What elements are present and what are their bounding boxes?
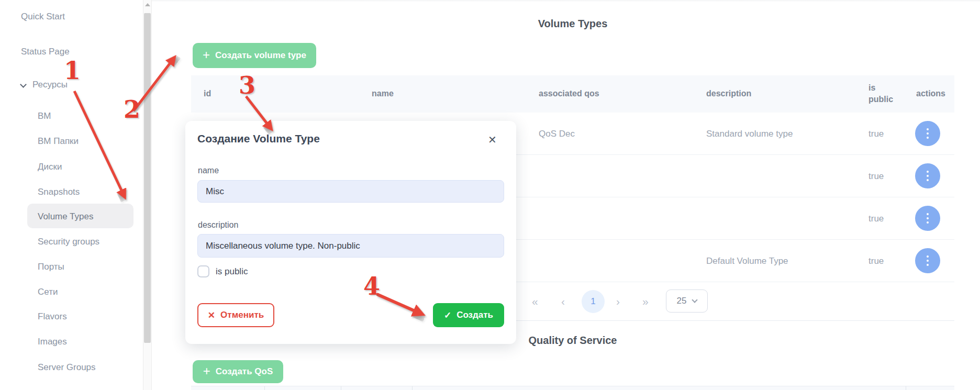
chevron-down-icon [692, 297, 698, 303]
row-actions-button[interactable] [915, 163, 940, 188]
sidebar-item-snapshots[interactable]: Snapshots [38, 187, 80, 197]
plus-icon: + [203, 49, 210, 61]
col-header-name: name [372, 89, 394, 98]
qos-table-top-edge [191, 386, 954, 390]
cell-qos: QoS Dec [539, 113, 575, 155]
sidebar-item-status-page[interactable]: Status Page [21, 47, 70, 57]
sidebar-item-images[interactable]: Images [38, 337, 67, 347]
col-header-qos: associated qos [539, 89, 599, 98]
page-size-value: 25 [677, 296, 687, 306]
close-icon[interactable]: ✕ [488, 133, 497, 146]
cancel-label: Отменить [220, 310, 264, 320]
sidebar-item-security-groups[interactable]: Security groups [38, 237, 99, 247]
cell-description: Standard volume type [706, 113, 793, 155]
kebab-menu-icon [915, 248, 940, 273]
col-header-id: id [204, 89, 211, 98]
create-qos-button[interactable]: + Создать QoS [193, 360, 283, 383]
cell-is-public: true [868, 240, 884, 282]
row-actions-button[interactable] [915, 206, 940, 231]
submit-label: Создать [456, 310, 493, 320]
annotation-step-1: 1 [64, 59, 81, 83]
pagination-first-button[interactable]: « [532, 282, 538, 321]
pagination-next-button[interactable]: › [616, 282, 620, 321]
modal-title: Создание Volume Type [197, 132, 320, 145]
sidebar-item-quick-start[interactable]: Quick Start [21, 12, 65, 22]
sidebar-scrollbar-thumb[interactable] [144, 13, 151, 343]
chevron-down-icon [20, 81, 27, 88]
sidebar-item-bm[interactable]: BM [38, 111, 51, 121]
cell-is-public: true [868, 197, 884, 240]
create-volume-type-label: Создать volume type [215, 50, 306, 61]
sidebar-item-flavors[interactable]: Flavors [38, 311, 67, 322]
kebab-menu-icon [915, 206, 940, 231]
sidebar-item-ports[interactable]: Порты [38, 262, 64, 272]
annotation-step-4: 4 [363, 274, 380, 298]
submit-create-button[interactable]: ✓ Создать [433, 303, 504, 327]
row-actions-button[interactable] [915, 121, 940, 146]
sidebar-item-networks[interactable]: Сети [38, 287, 58, 297]
sidebar-item-server-groups[interactable]: Server Groups [38, 362, 96, 373]
x-icon: ✕ [208, 310, 215, 321]
scrollbar-up-arrow-icon[interactable] [145, 3, 150, 6]
page-title: Volume Types [191, 18, 954, 30]
cancel-button[interactable]: ✕ Отменить [197, 303, 274, 327]
row-actions-button[interactable] [915, 248, 940, 273]
check-icon: ✓ [444, 310, 451, 321]
is-public-label: is public [216, 266, 248, 277]
kebab-menu-icon [915, 163, 940, 188]
annotation-step-2: 2 [124, 97, 140, 121]
cell-is-public: true [868, 155, 884, 197]
cell-is-public: true [868, 113, 884, 155]
pagination-page-1[interactable]: 1 [582, 290, 605, 313]
create-volume-type-modal: Создание Volume Type ✕ name description … [185, 121, 516, 344]
page-size-select[interactable]: 25 [666, 289, 708, 313]
sidebar-item-disks[interactable]: Диски [38, 162, 62, 172]
cell-description: Default Volume Type [706, 240, 788, 282]
description-input[interactable] [197, 234, 504, 258]
name-input[interactable] [197, 180, 504, 203]
pagination-last-button[interactable]: » [642, 282, 649, 321]
pagination-prev-button[interactable]: ‹ [561, 282, 565, 321]
sidebar-item-volume-types[interactable]: Volume Types [38, 211, 93, 222]
col-header-is-public: is public [868, 82, 901, 105]
name-field-label: name [198, 166, 219, 175]
sidebar-item-bm-folders[interactable]: BM Папки [38, 136, 79, 147]
create-volume-type-button[interactable]: + Создать volume type [193, 43, 316, 68]
is-public-checkbox[interactable] [197, 265, 209, 277]
plus-icon: + [203, 365, 210, 377]
create-qos-label: Создать QoS [216, 366, 273, 377]
kebab-menu-icon [915, 121, 940, 146]
sidebar-group-resources[interactable]: Ресурсы [32, 80, 68, 90]
col-header-description: description [706, 89, 751, 98]
description-field-label: description [198, 220, 238, 230]
col-header-actions: actions [916, 89, 945, 98]
table-header-row: id name associated qos description is pu… [191, 75, 954, 113]
annotation-step-3: 3 [239, 73, 255, 97]
